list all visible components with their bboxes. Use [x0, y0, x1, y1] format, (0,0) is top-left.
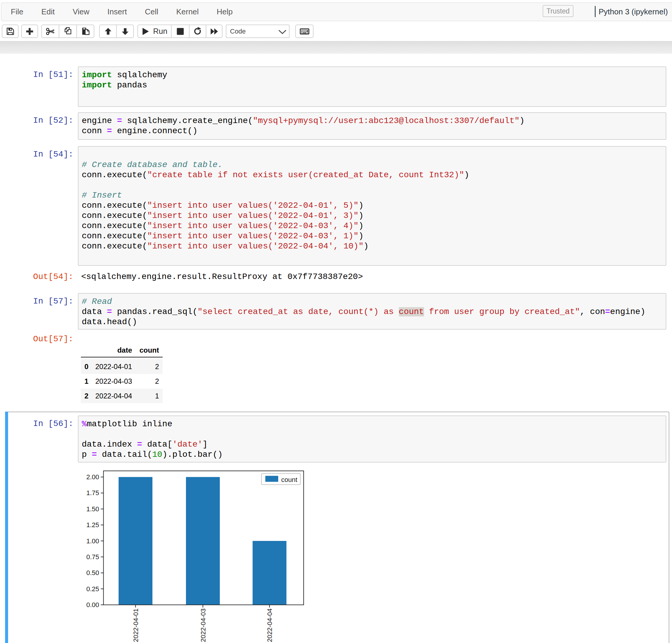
- svg-text:1.00: 1.00: [86, 537, 99, 545]
- svg-text:2022-04-01: 2022-04-01: [132, 608, 140, 642]
- svg-text:0.50: 0.50: [86, 569, 99, 577]
- svg-text:2022-04-04: 2022-04-04: [266, 608, 273, 642]
- svg-text:0.25: 0.25: [86, 585, 99, 593]
- svg-text:0.75: 0.75: [86, 553, 99, 561]
- svg-text:1.25: 1.25: [86, 521, 99, 529]
- svg-text:2022-04-03: 2022-04-03: [200, 608, 207, 642]
- svg-text:0.00: 0.00: [86, 601, 99, 609]
- svg-text:count: count: [281, 476, 297, 483]
- svg-text:2.00: 2.00: [86, 473, 99, 481]
- svg-text:1.75: 1.75: [86, 489, 99, 497]
- svg-text:1.50: 1.50: [86, 505, 99, 513]
